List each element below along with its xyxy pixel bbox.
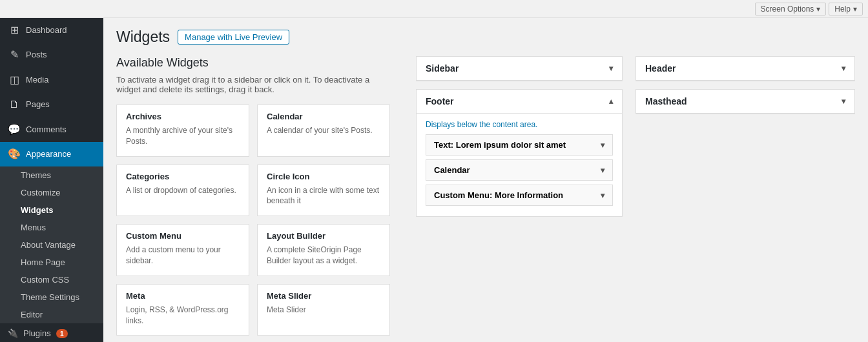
sidebar-item-comments[interactable]: 💬 Comments	[0, 117, 103, 142]
sidebar-widget-area: Sidebar ▾	[416, 56, 623, 81]
header-widget-area: Header ▾	[636, 56, 855, 81]
masthead-widget-area: Masthead ▾	[636, 89, 855, 114]
sub-item-widgets[interactable]: Widgets	[0, 201, 103, 219]
widget-card-desc: A list or dropdown of categories.	[126, 185, 240, 196]
widgets-grid: Archives A monthly archive of your site'…	[116, 105, 390, 336]
widget-card-categories[interactable]: Categories A list or dropdown of categor…	[116, 165, 249, 217]
screen-options-button[interactable]: Screen Options ▾	[755, 3, 827, 15]
widget-card-title: Categories	[126, 172, 240, 181]
app-layout: ⊞ Dashboard ✎ Posts ◫ Media 🗋 Pages 💬 Co…	[0, 18, 868, 342]
screen-options-chevron: ▾	[816, 5, 820, 14]
manage-live-preview-button[interactable]: Manage with Live Preview	[178, 30, 289, 45]
sidebar-item-label: Media	[26, 74, 48, 86]
sidebar-item-plugins[interactable]: 🔌 Plugins 1	[0, 323, 103, 342]
footer-widget-calendar-label: Calendar	[434, 165, 470, 175]
sub-item-customize[interactable]: Customize	[0, 184, 103, 201]
footer-widget-custom-menu[interactable]: Custom Menu: More Information ▾	[426, 185, 613, 206]
sidebar-widget-area-header[interactable]: Sidebar ▾	[417, 57, 622, 81]
sidebar-item-label: Posts	[26, 49, 47, 61]
available-widgets-section: Available Widgets To activate a widget d…	[116, 56, 390, 336]
sidebar-item-pages[interactable]: 🗋 Pages	[0, 92, 103, 117]
header-widget-area-title: Header	[645, 63, 676, 74]
sidebar-widget-area-title: Sidebar	[426, 63, 459, 74]
widget-card-custom-menu[interactable]: Custom Menu Add a custom menu to your si…	[116, 224, 249, 276]
masthead-widget-area-title: Masthead	[645, 96, 687, 106]
masthead-widget-area-header[interactable]: Masthead ▾	[636, 90, 854, 114]
footer-widget-area-title: Footer	[426, 96, 454, 106]
sidebar-item-label: Dashboard	[26, 25, 67, 36]
widget-card-title: Calendar	[267, 112, 380, 121]
sub-item-home-page[interactable]: Home Page	[0, 254, 103, 271]
sub-item-editor[interactable]: Editor	[0, 306, 103, 323]
help-label: Help	[834, 5, 851, 14]
sidebar-item-media[interactable]: ◫ Media	[0, 68, 103, 92]
footer-widget-area-header[interactable]: Footer ▴	[417, 90, 622, 114]
sub-item-theme-settings[interactable]: Theme Settings	[0, 288, 103, 306]
widget-card-desc: An icon in a circle with some text benea…	[267, 185, 380, 207]
widget-card-desc: A calendar of your site's Posts.	[267, 125, 380, 136]
widget-card-title: Custom Menu	[126, 231, 240, 241]
main-content: Widgets Manage with Live Preview Availab…	[103, 18, 868, 342]
widget-card-desc: Add a custom menu to your sidebar.	[126, 245, 240, 267]
widget-card-calendar[interactable]: Calendar A calendar of your site's Posts…	[257, 105, 390, 157]
dashboard-icon: ⊞	[8, 23, 21, 37]
help-button[interactable]: Help ▾	[829, 3, 863, 15]
two-col-panels: Available Widgets To activate a widget d…	[116, 56, 855, 336]
sidebar-item-posts[interactable]: ✎ Posts	[0, 43, 103, 67]
sidebar-item-label: Appearance	[26, 148, 71, 160]
right-panel: Sidebar ▾ Footer ▴ Displays below the co…	[403, 56, 623, 217]
footer-widget-calendar-chevron: ▾	[601, 166, 604, 175]
header-widget-area-header[interactable]: Header ▾	[636, 57, 854, 81]
sub-item-themes[interactable]: Themes	[0, 166, 103, 184]
sidebar-chevron-icon: ▾	[609, 64, 613, 73]
sub-item-about-vantage[interactable]: About Vantage	[0, 236, 103, 254]
widget-card-title: Meta	[126, 291, 240, 301]
appearance-icon: 🎨	[8, 147, 21, 161]
help-chevron: ▾	[853, 5, 857, 14]
widget-card-title: Meta Slider	[267, 291, 380, 301]
widget-card-meta-slider[interactable]: Meta Slider Meta Slider	[257, 284, 390, 336]
widget-card-archives[interactable]: Archives A monthly archive of your site'…	[116, 105, 249, 157]
page-title: Widgets	[116, 28, 170, 46]
plugins-badge: 1	[56, 329, 68, 338]
footer-widget-custom-menu-chevron: ▾	[601, 191, 604, 200]
footer-chevron-icon: ▴	[609, 97, 613, 106]
sidebar-item-dashboard[interactable]: ⊞ Dashboard	[0, 18, 103, 43]
footer-widget-area-desc: Displays below the content area.	[426, 120, 613, 129]
top-bar: Screen Options ▾ Help ▾	[0, 0, 868, 18]
widget-card-layout-builder[interactable]: Layout Builder A complete SiteOrigin Pag…	[257, 224, 390, 276]
masthead-chevron-icon: ▾	[842, 97, 845, 106]
footer-widget-custom-menu-label: Custom Menu: More Information	[434, 190, 563, 200]
pages-icon: 🗋	[8, 97, 21, 112]
widget-card-circle-icon[interactable]: Circle Icon An icon in a circle with som…	[257, 165, 390, 217]
footer-widget-text[interactable]: Text: Lorem ipsum dolor sit amet ▾	[426, 134, 613, 156]
sidebar-item-appearance[interactable]: 🎨 Appearance	[0, 142, 103, 166]
header-chevron-icon: ▾	[842, 64, 845, 73]
footer-widget-calendar[interactable]: Calendar ▾	[426, 159, 613, 181]
sub-item-custom-css[interactable]: Custom CSS	[0, 271, 103, 288]
sidebar-item-label: Comments	[26, 124, 67, 136]
sub-item-menus[interactable]: Menus	[0, 219, 103, 236]
widget-card-desc: A monthly archive of your site's Posts.	[126, 125, 240, 147]
media-icon: ◫	[8, 73, 21, 87]
footer-widget-text-label: Text: Lorem ipsum dolor sit amet	[434, 140, 566, 150]
plugins-label: Plugins	[23, 328, 51, 338]
footer-widget-area: Footer ▴ Displays below the content area…	[416, 89, 623, 217]
available-widgets-title: Available Widgets	[116, 56, 390, 70]
widget-card-title: Circle Icon	[267, 172, 380, 181]
screen-options-label: Screen Options	[761, 5, 814, 14]
widget-card-desc: A complete SiteOrigin Page Builder layou…	[267, 245, 380, 267]
comments-icon: 💬	[8, 123, 21, 137]
widget-card-desc: Meta Slider	[267, 305, 380, 316]
available-widgets-desc: To activate a widget drag it to a sideba…	[116, 75, 390, 94]
far-right-panel: Header ▾ Masthead ▾	[636, 56, 855, 114]
widget-card-title: Archives	[126, 112, 240, 121]
footer-widget-area-body: Displays below the content area. Text: L…	[417, 114, 622, 216]
posts-icon: ✎	[8, 48, 21, 62]
plugins-icon: 🔌	[8, 328, 18, 338]
sidebar-item-label: Pages	[26, 99, 50, 110]
widget-card-desc: Login, RSS, & WordPress.org links.	[126, 305, 240, 327]
widget-card-title: Layout Builder	[267, 231, 380, 241]
sidebar: ⊞ Dashboard ✎ Posts ◫ Media 🗋 Pages 💬 Co…	[0, 18, 103, 342]
widget-card-meta[interactable]: Meta Login, RSS, & WordPress.org links.	[116, 284, 249, 336]
